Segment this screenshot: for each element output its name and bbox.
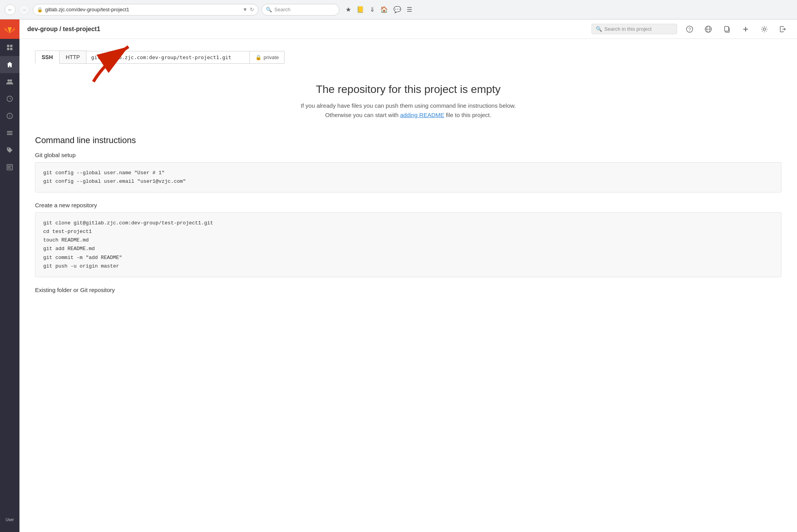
svg-rect-14 — [8, 167, 11, 168]
svg-text:i: i — [9, 114, 10, 118]
http-tab[interactable]: HTTP — [60, 51, 87, 64]
add-icon — [742, 26, 749, 33]
help-button[interactable]: ? — [683, 23, 696, 35]
empty-repo-title: The repository for this project is empty — [35, 83, 781, 96]
search-in-project[interactable]: 🔍 Search in this project — [592, 24, 677, 34]
browser-toolbar-icons: ★ 📒 ⇓ 🏠 💬 ☰ — [346, 6, 412, 13]
search-icon: 🔍 — [266, 7, 272, 12]
project-title: dev-group / test-project1 — [27, 26, 100, 33]
git-global-setup-heading: Git global setup — [35, 152, 781, 158]
help-icon: ? — [686, 26, 693, 33]
svg-rect-0 — [7, 45, 9, 47]
project-icon — [6, 44, 13, 51]
globe-icon — [705, 26, 712, 33]
svg-rect-10 — [7, 133, 12, 133]
main-content: dev-group / test-project1 🔍 Search in th… — [19, 19, 797, 532]
gitlab-logo[interactable] — [0, 19, 19, 39]
empty-repo-description: If you already have files you can push t… — [35, 101, 781, 120]
activity-icon — [6, 95, 13, 102]
svg-rect-1 — [10, 45, 12, 47]
sidebar-item-activity[interactable] — [0, 90, 19, 107]
browser-search-placeholder: Search — [274, 7, 290, 12]
private-badge: 🔒 private — [250, 51, 284, 64]
cli-section: Command line instructions Git global set… — [35, 135, 781, 293]
private-label: private — [263, 54, 279, 60]
sidebar-user[interactable]: User — [0, 511, 19, 528]
app-layout: i User dev-group / t — [0, 19, 797, 532]
svg-rect-15 — [8, 168, 11, 169]
security-icon: 🔒 — [37, 7, 43, 12]
copy-icon — [723, 26, 730, 33]
home-browser-icon[interactable]: 🏠 — [380, 6, 388, 13]
top-header: dev-group / test-project1 🔍 Search in th… — [19, 19, 797, 39]
chat-icon[interactable]: 💬 — [393, 6, 401, 13]
settings-icon — [761, 26, 768, 33]
dropdown-arrow-icon: ▼ — [242, 7, 248, 12]
git-global-setup-code[interactable]: git config --global user.name "User # 1"… — [35, 162, 781, 192]
snippets-icon — [6, 164, 13, 171]
svg-rect-9 — [7, 131, 12, 132]
create-new-repo-code[interactable]: git clone git@gitlab.zjc.com:dev-group/t… — [35, 212, 781, 277]
empty-repo-section: The repository for this project is empty… — [35, 75, 781, 135]
sidebar-item-home[interactable] — [0, 56, 19, 73]
empty-repo-desc1: If you already have files you can push t… — [301, 102, 516, 109]
existing-folder-heading: Existing folder or Git repository — [35, 287, 781, 293]
svg-point-25 — [763, 28, 765, 30]
info-icon: i — [6, 112, 13, 119]
list-icon — [6, 130, 13, 136]
signout-button[interactable] — [777, 23, 789, 35]
reload-icon[interactable]: ↻ — [250, 7, 254, 12]
arrow-container: SSH HTTP 🔒 private — [35, 51, 781, 64]
forward-button[interactable]: → — [19, 4, 30, 15]
bookmarks-icon[interactable]: 📒 — [356, 6, 364, 13]
svg-rect-3 — [10, 48, 12, 50]
gitlab-logo-svg — [4, 24, 15, 35]
back-button[interactable]: ← — [5, 4, 16, 15]
clone-url-input[interactable] — [86, 51, 250, 64]
sidebar-item-list[interactable] — [0, 124, 19, 142]
sidebar: i User — [0, 19, 19, 532]
search-project-icon: 🔍 — [596, 26, 602, 32]
menu-icon[interactable]: ☰ — [407, 6, 412, 13]
svg-rect-22 — [725, 26, 729, 31]
svg-rect-2 — [7, 48, 9, 50]
browser-chrome: ← → 🔒 gitlab.zjc.com/dev-group/test-proj… — [0, 0, 797, 19]
ssh-tab[interactable]: SSH — [35, 51, 60, 64]
adding-readme-link[interactable]: adding README — [400, 112, 444, 118]
empty-repo-desc3: file to this project. — [444, 112, 492, 118]
user-label: User — [5, 518, 14, 522]
page-content: SSH HTTP 🔒 private — [19, 39, 797, 532]
sidebar-item-snippets[interactable] — [0, 159, 19, 176]
home-icon — [6, 61, 13, 68]
create-new-repo-heading: Create a new repository — [35, 202, 781, 208]
sidebar-item-tags[interactable] — [0, 142, 19, 159]
add-button[interactable] — [739, 23, 752, 35]
url-text: gitlab.zjc.com/dev-group/test-project1 — [45, 7, 240, 12]
create-new-repo: Create a new repository git clone git@gi… — [35, 202, 781, 277]
copy-button[interactable] — [721, 23, 733, 35]
lock-icon: 🔒 — [255, 54, 262, 60]
sidebar-item-groups[interactable] — [0, 73, 19, 90]
tags-icon — [6, 147, 13, 154]
sidebar-item-info[interactable]: i — [0, 107, 19, 124]
sidebar-bottom: User — [0, 511, 19, 532]
svg-point-5 — [10, 79, 12, 82]
download-icon[interactable]: ⇓ — [370, 6, 375, 13]
svg-text:?: ? — [688, 27, 691, 32]
sidebar-item-project[interactable] — [0, 39, 19, 56]
git-global-setup: Git global setup git config --global use… — [35, 152, 781, 192]
empty-repo-desc2: Otherwise you can start with — [325, 112, 400, 118]
svg-rect-13 — [8, 166, 12, 166]
existing-folder: Existing folder or Git repository — [35, 287, 781, 293]
project-path: dev-group / test-project1 — [27, 26, 100, 32]
globe-button[interactable] — [702, 23, 714, 35]
browser-search-bar[interactable]: 🔍 Search — [262, 4, 339, 16]
cli-title: Command line instructions — [35, 135, 781, 145]
search-in-project-placeholder: Search in this project — [604, 26, 651, 32]
star-icon[interactable]: ★ — [346, 6, 351, 13]
settings-button[interactable] — [758, 23, 771, 35]
clone-row: SSH HTTP 🔒 private — [35, 51, 781, 64]
address-bar[interactable]: 🔒 gitlab.zjc.com/dev-group/test-project1… — [33, 4, 258, 16]
signout-icon — [779, 26, 786, 33]
groups-icon — [6, 78, 13, 85]
